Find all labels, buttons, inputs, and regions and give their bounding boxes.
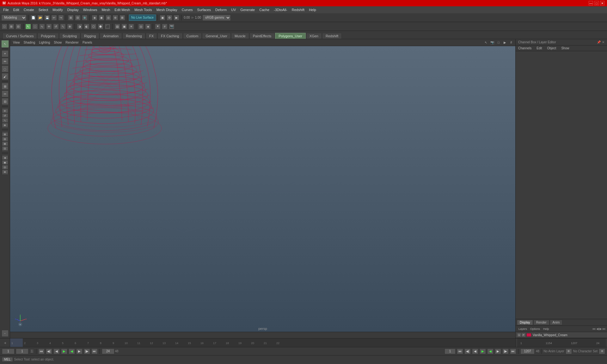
options-menu[interactable]: Options <box>529 327 542 331</box>
menu-edit[interactable]: Edit <box>11 7 21 12</box>
vt-shading[interactable]: Shading <box>22 40 37 45</box>
menu-meshdisplay[interactable]: Mesh Display <box>155 7 179 12</box>
panel-pin-btn[interactable]: 📌 <box>597 40 601 44</box>
render-tab[interactable]: Render <box>533 320 549 325</box>
paint-select-btn[interactable]: ◌ <box>32 24 38 29</box>
vt-show[interactable]: Show <box>52 40 63 45</box>
tab-general-user[interactable]: General_User <box>202 33 230 39</box>
viewport-3d[interactable]: x z y M persp <box>10 46 515 332</box>
menu-display[interactable]: Display <box>65 7 81 12</box>
scale-tool-btn[interactable]: ⤡ <box>60 24 66 29</box>
vt-panels[interactable]: Panels <box>81 40 94 45</box>
layout-stacked-btn[interactable]: ⊟ <box>15 24 21 29</box>
viewport[interactable]: View Shading Lighting Show Renderer Pane… <box>10 39 515 338</box>
render-settings-btn[interactable]: ⚙ <box>167 15 172 21</box>
new-scene-btn[interactable]: 📄 <box>30 15 36 21</box>
scale-btn-l[interactable]: ⤡ <box>2 118 8 123</box>
display-tab[interactable]: Display <box>517 320 533 325</box>
nav-step-fwd[interactable]: ▶ <box>599 327 602 331</box>
view-snap1[interactable]: ⊞ <box>2 132 8 136</box>
color-mode-selector[interactable]: sRGB gamma <box>202 15 231 21</box>
misc2[interactable]: ◉ <box>2 160 8 165</box>
layout-four-btn[interactable]: ⊞ <box>9 24 14 29</box>
end-frame-input[interactable] <box>102 349 114 354</box>
snap-to-grid-btn[interactable]: ⊕ <box>82 15 88 21</box>
universal-manip-btn[interactable]: ⊕ <box>67 24 73 29</box>
timeline-track[interactable]: 1 2 3 4 5 6 7 8 9 10 11 12 13 14 15 16 1… <box>10 338 515 347</box>
grid-btn[interactable]: # <box>162 24 168 29</box>
vt-select-icon[interactable]: ↖ <box>483 40 489 46</box>
tab-animation[interactable]: Animation <box>100 33 122 39</box>
menu-mesh[interactable]: Mesh <box>100 7 112 12</box>
misc3[interactable]: ◎ <box>2 165 8 169</box>
anim-tab[interactable]: Anim <box>550 320 563 325</box>
menu-generate[interactable]: Generate <box>238 7 257 12</box>
menu-help[interactable]: Help <box>307 7 318 12</box>
fc-play-rev2[interactable]: ◀ <box>487 349 494 354</box>
tab-paint-effects[interactable]: PaintEffects <box>249 33 275 39</box>
menu-file[interactable]: File <box>1 7 11 12</box>
vt-lighting[interactable]: Lighting <box>37 40 52 45</box>
minimize-btn[interactable]: — <box>589 1 593 5</box>
flat-shade-btn[interactable]: ◐ <box>84 24 89 29</box>
fc-prev2[interactable]: ◀| <box>464 349 471 354</box>
brush-btn[interactable]: 🖌 <box>2 73 9 80</box>
rotate-tool-btn[interactable]: ↺ <box>53 24 59 29</box>
lasso-select-btn[interactable]: ∿ <box>39 24 45 29</box>
render-btn[interactable]: ▣ <box>160 15 165 21</box>
rotate-btn-l[interactable]: ↺ <box>2 113 8 118</box>
vt-camera-icon[interactable]: 📷 <box>489 40 495 46</box>
mode-tag[interactable]: MEL <box>2 357 13 362</box>
view-snap3[interactable]: ⊠ <box>2 142 8 146</box>
menu-uv[interactable]: UV <box>229 7 238 12</box>
sculpt-btn[interactable]: ◌ <box>2 65 9 72</box>
menu-modify[interactable]: Modify <box>51 7 64 12</box>
select-tool-btn[interactable]: ↖ <box>25 24 31 29</box>
nav-skip-fwd[interactable]: ⏭ <box>603 327 606 331</box>
points-btn[interactable]: ⬢ <box>98 24 103 29</box>
menu-create[interactable]: Create <box>22 7 36 12</box>
edit-tab[interactable]: Edit <box>534 46 544 51</box>
show-tab[interactable]: Show <box>559 46 572 51</box>
bounding-btn[interactable]: ⬛ <box>105 24 110 29</box>
titlebar-controls[interactable]: — □ ✕ <box>589 1 604 5</box>
help-menu[interactable]: Help <box>542 327 551 331</box>
channels-tab[interactable]: Channels <box>516 46 534 51</box>
skip-fwd-btn[interactable]: ⏭ <box>91 349 98 354</box>
tab-redshift[interactable]: Redshift <box>322 33 342 39</box>
play-btn[interactable]: ▶ <box>61 349 67 354</box>
menu-3dtoall[interactable]: -3DtoAll- <box>272 7 289 12</box>
misc1[interactable]: ◈ <box>2 155 8 160</box>
prev-key-btn[interactable]: ◀| <box>46 349 52 354</box>
snap-live-btn[interactable]: ⊛ <box>113 15 118 21</box>
vt-anim-icon[interactable]: ▶ <box>502 40 508 46</box>
tab-sculpting[interactable]: Sculpting <box>59 33 80 39</box>
multicut-btn[interactable]: ✂ <box>2 90 9 97</box>
camera-btn[interactable]: 📷 <box>169 24 175 29</box>
select-mode-btn[interactable]: ↖ <box>2 40 9 47</box>
texture-btn[interactable]: ▤ <box>114 24 120 29</box>
anim-layer-btn[interactable]: ⚙ <box>566 349 572 354</box>
layers-menu[interactable]: Layers <box>517 327 529 331</box>
layer-visibility-p[interactable]: P <box>522 333 525 337</box>
quad-draw-btn[interactable]: ⊞ <box>2 83 9 90</box>
redo-btn[interactable]: ↪ <box>58 15 64 21</box>
fc-end2[interactable]: ⏭ <box>510 349 516 354</box>
menu-redshift[interactable]: Redshift <box>290 7 306 12</box>
tab-xgen[interactable]: XGen <box>306 33 322 39</box>
snap-edge-btn[interactable]: ◉ <box>99 15 104 21</box>
tab-rendering[interactable]: Rendering <box>122 33 145 39</box>
right-frame-input[interactable] <box>445 349 456 354</box>
nav-step-back[interactable]: ◀ <box>596 327 599 331</box>
nav-skip-back[interactable]: ⏮ <box>592 327 596 331</box>
menu-curves[interactable]: Curves <box>180 7 195 12</box>
tab-muscle[interactable]: Muscle <box>231 33 249 39</box>
ipr-btn[interactable]: ▶ <box>174 15 179 21</box>
menu-deform[interactable]: Deform <box>213 7 229 12</box>
view-snap4[interactable]: ⊡ <box>2 146 8 151</box>
fc-skip-back2[interactable]: ⏮ <box>457 349 463 354</box>
vt-grid-icon[interactable]: # <box>508 40 514 46</box>
tab-polygons[interactable]: Polygons <box>37 33 58 39</box>
poly-count-btn[interactable]: ▼ <box>155 24 161 29</box>
layer-visibility-v[interactable]: V <box>518 333 521 337</box>
